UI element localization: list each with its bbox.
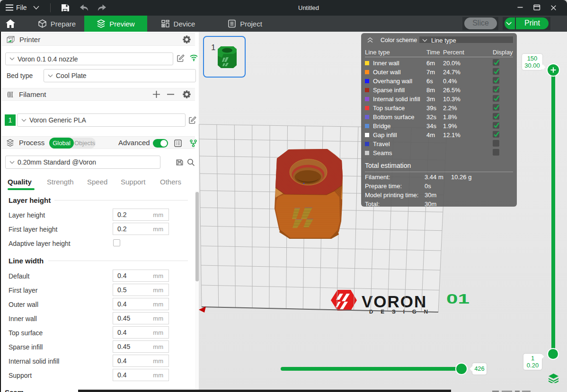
svg-text:01: 01 xyxy=(446,291,470,306)
svg-text:VORON: VORON xyxy=(362,292,427,311)
